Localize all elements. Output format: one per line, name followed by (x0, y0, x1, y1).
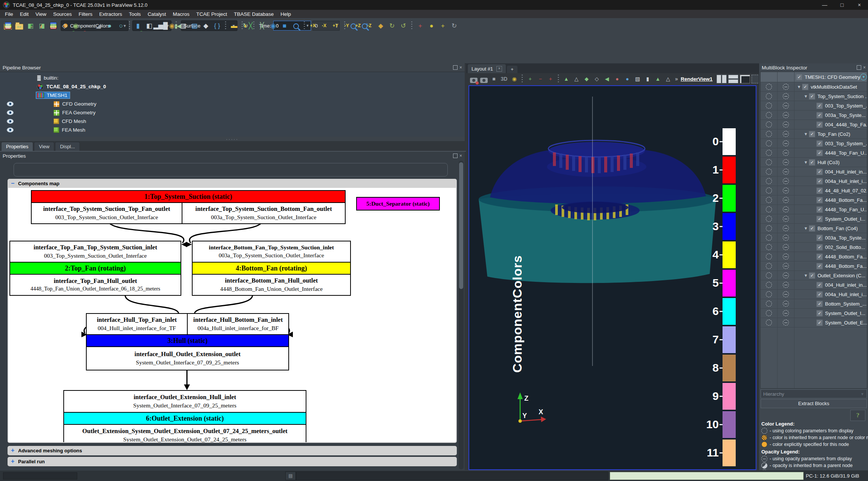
advanced-meshing-section[interactable]: +Advanced meshing options (8, 446, 457, 455)
color-state-icon[interactable] (766, 272, 772, 278)
tree-row[interactable]: ✓44_48_Hull_07_02... (761, 186, 867, 195)
color-state-icon[interactable] (766, 206, 772, 212)
help-button[interactable]: ? (850, 410, 865, 421)
extract-selection-icon[interactable]: ◧ (144, 20, 155, 31)
pipeline-item-tmesh1[interactable]: TMESH1 (0, 91, 465, 100)
close-icon[interactable]: × (459, 154, 462, 158)
grow-selection-icon[interactable]: ▲ (653, 74, 663, 83)
parallel-run-section[interactable]: +Parallel run (8, 457, 457, 466)
menu-tbase-database[interactable]: TBASE Database (230, 11, 277, 18)
interactive-select-cells-icon[interactable]: ● (612, 74, 622, 83)
opacity-state-icon[interactable] (783, 254, 789, 260)
tree-row[interactable]: ▼✓Top_Fan (Co2) (761, 129, 867, 139)
opacity-state-icon[interactable] (783, 84, 789, 90)
opacity-state-icon[interactable] (783, 291, 789, 297)
color-state-icon[interactable] (766, 169, 772, 175)
clip-icon[interactable]: ◧ (25, 20, 36, 31)
color-state-icon[interactable] (766, 254, 772, 260)
color-state-icon[interactable] (766, 291, 772, 297)
menu-edit[interactable]: Edit (17, 11, 32, 18)
tree-row[interactable]: ✓004a_Hull_inlet_i... (761, 290, 867, 299)
calculator-icon[interactable]: ▦ (3, 20, 13, 31)
tree-row[interactable]: ✓004_4448_Top_Fa... (761, 120, 867, 129)
tree-row[interactable]: ▼✓Outlet_Extension (C... (761, 271, 867, 280)
toggle-annotation-icon[interactable]: + (546, 74, 555, 83)
opacity-state-icon[interactable] (783, 272, 789, 278)
tab-properties[interactable]: Properties (1, 142, 33, 151)
message-icon[interactable]: ▤ (285, 472, 296, 480)
checkbox-checked[interactable]: ✓ (816, 178, 823, 184)
stream-tracer-icon[interactable]: ≈ (82, 20, 92, 31)
add-view-icon[interactable]: + (525, 74, 535, 83)
pipeline-item-cfd-geometry[interactable]: CFD Geometry (0, 100, 465, 108)
tree-row[interactable]: ✓4448_Top_Fan_U... (761, 148, 867, 158)
tree-row[interactable]: ✓4448_Bottom_Fa... (761, 261, 867, 271)
opacity-state-icon[interactable] (783, 150, 789, 156)
color-state-icon[interactable] (766, 159, 772, 165)
chevron-down-icon[interactable]: ▼ (860, 74, 867, 80)
extract-blocks-button[interactable]: Extract Blocks (761, 399, 867, 408)
hover-points-icon[interactable]: ▮ (643, 74, 652, 83)
checkbox-checked[interactable]: ✓ (816, 254, 823, 260)
color-state-icon[interactable] (766, 178, 772, 184)
chevron-down-icon[interactable]: ▼ (803, 94, 809, 98)
pipeline-item-cfd-mesh[interactable]: CFD Mesh (0, 117, 465, 126)
close-button[interactable]: × (851, 0, 868, 10)
select-surface-cells-icon[interactable]: ▲ (562, 74, 571, 83)
checkbox-checked[interactable]: ✓ (816, 235, 823, 241)
clear-selection-icon[interactable]: △ (663, 74, 673, 83)
tree-row[interactable]: ✓4448_Bottom_Fa... (761, 252, 867, 261)
tree-row[interactable]: ✓004a_Hull_inlet_i... (761, 177, 867, 186)
protractor-icon[interactable]: ◖ (240, 20, 251, 31)
tab-view[interactable]: View (34, 142, 54, 151)
checkbox-checked[interactable]: ✓ (816, 263, 823, 269)
menu-macros[interactable]: Macros (169, 11, 193, 18)
undock-icon[interactable] (453, 154, 458, 158)
pipeline-item-fea-mesh[interactable]: FEA Mesh (0, 126, 465, 134)
color-state-icon[interactable] (766, 310, 772, 316)
probe-points-icon[interactable]: ○ (116, 20, 126, 31)
annotate-icon[interactable]: ◆ (201, 20, 211, 31)
tree-row[interactable]: ✓004_Hull_inlet_in... (761, 167, 867, 177)
opacity-state-icon[interactable] (783, 263, 789, 269)
color-state-icon[interactable] (766, 112, 772, 118)
color-state-icon[interactable] (766, 244, 772, 250)
add-layout-tab[interactable]: + (507, 66, 517, 73)
chevron-down-icon[interactable]: ▼ (803, 226, 809, 231)
plot-selection-icon[interactable]: ▧ (189, 20, 200, 31)
tree-row[interactable]: ✓003a_Top_Syste... (761, 233, 867, 243)
layout-tab[interactable]: Layout #1× (468, 64, 506, 73)
opacity-state-icon[interactable] (783, 121, 789, 128)
color-state-icon[interactable] (766, 121, 772, 128)
save-screenshot-icon[interactable] (469, 74, 478, 83)
close-icon[interactable]: × (496, 66, 502, 72)
menu-help[interactable]: Help (277, 11, 294, 18)
checkbox-checked[interactable]: ✓ (816, 244, 823, 250)
checkbox-checked[interactable]: ✓ (816, 169, 823, 175)
opacity-state-icon[interactable] (783, 169, 789, 175)
opacity-state-icon[interactable] (783, 178, 789, 184)
color-state-icon[interactable] (766, 103, 772, 109)
opacity-state-icon[interactable] (783, 112, 789, 118)
chevron-down-icon[interactable]: ▼ (803, 132, 809, 136)
checkbox-checked[interactable]: ✓ (816, 197, 823, 203)
expand-icon[interactable]: + (11, 459, 15, 464)
threshold-icon[interactable]: ▥ (48, 20, 58, 31)
tree-row[interactable]: ✓System_Outlet_E... (761, 318, 867, 327)
tree-row[interactable]: ✓002_Solid_Botto... (761, 243, 867, 252)
capture-view-icon[interactable] (479, 74, 488, 83)
remove-view-icon[interactable]: − (536, 74, 545, 83)
select-surface-points-icon[interactable]: △ (572, 74, 581, 83)
color-state-icon[interactable] (766, 216, 772, 222)
checkbox-checked[interactable]: ✓ (816, 187, 823, 194)
checkbox-checked[interactable]: ✓ (809, 159, 815, 166)
checkbox-checked[interactable]: ✓ (809, 131, 815, 137)
color-state-icon[interactable] (766, 263, 772, 269)
checkbox-checked[interactable]: ✓ (809, 225, 815, 232)
split-vertical-button[interactable] (728, 75, 738, 83)
contour-icon[interactable]: ◌ (14, 20, 24, 31)
color-state-icon[interactable] (766, 93, 772, 99)
pipeline-item-tcae-08-04-25-chkp-0[interactable]: TCAE_08_04_25_chkp_0 (0, 82, 465, 91)
menu-view[interactable]: View (32, 11, 50, 18)
opacity-state-icon[interactable] (783, 131, 789, 137)
